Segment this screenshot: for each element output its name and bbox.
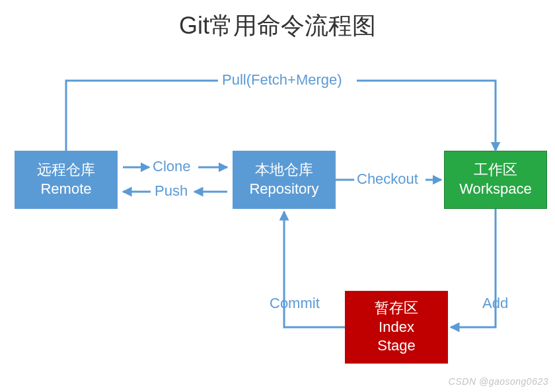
node-index-line2: Index [379, 318, 414, 337]
watermark: CSDN @gaosong0623 [449, 376, 548, 387]
edge-label-checkout: Checkout [357, 171, 418, 188]
node-workspace-line1: 工作区 [474, 161, 517, 180]
node-remote: 远程仓库 Remote [15, 151, 118, 209]
node-repository-line2: Repository [249, 180, 318, 199]
arrow-pull [66, 81, 496, 151]
node-repository: 本地仓库 Repository [233, 151, 336, 209]
edge-label-push: Push [155, 182, 188, 200]
edge-label-commit: Commit [270, 295, 320, 312]
edge-label-clone: Clone [153, 158, 190, 175]
node-index: 暂存区 Index Stage [345, 291, 448, 364]
node-workspace: 工作区 Workspace [444, 151, 547, 209]
node-index-line3: Stage [377, 336, 416, 356]
diagram-title: Git常用命令流程图 [0, 0, 555, 42]
node-remote-line2: Remote [40, 180, 91, 199]
node-workspace-line2: Workspace [459, 180, 532, 199]
edge-label-pull: Pull(Fetch+Merge) [222, 71, 342, 89]
node-repository-line1: 本地仓库 [255, 161, 313, 180]
node-index-line1: 暂存区 [375, 299, 418, 318]
edge-label-add: Add [482, 295, 508, 312]
node-remote-line1: 远程仓库 [37, 161, 95, 180]
